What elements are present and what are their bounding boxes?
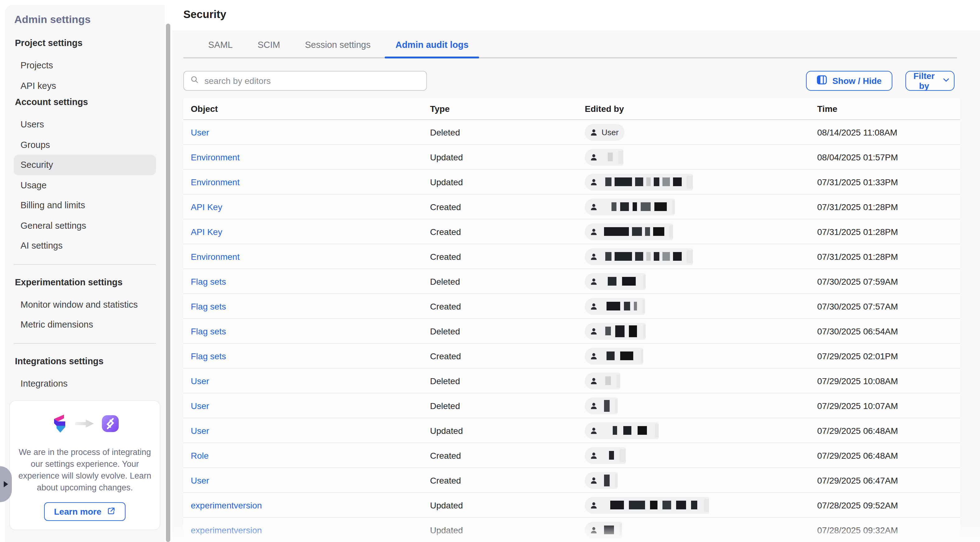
redaction-block — [654, 252, 659, 261]
sidebar-item-security[interactable]: Security — [14, 155, 156, 175]
redaction-tail — [643, 275, 646, 288]
table-row: RoleCreated07/29/2025 06:48AM — [183, 443, 960, 468]
redaction-block — [608, 153, 613, 161]
person-icon — [590, 302, 598, 310]
table-row: Flag setsCreated07/29/2025 02:01PM — [183, 344, 960, 368]
tab-saml[interactable]: SAML — [208, 40, 233, 57]
redaction-tail — [687, 175, 693, 188]
object-link[interactable]: Flag sets — [191, 276, 226, 286]
redaction-tail — [615, 473, 618, 487]
editor-chip — [585, 372, 620, 389]
sidebar-title: Admin settings — [14, 14, 165, 26]
sidebar-item-general-settings[interactable]: General settings — [14, 215, 156, 236]
learn-more-button[interactable]: Learn more — [44, 502, 126, 521]
redacted-name — [601, 273, 646, 290]
editor-name: User — [601, 128, 625, 137]
person-icon — [590, 178, 598, 186]
time-cell: 08/04/2025 01:57PM — [817, 152, 898, 162]
time-cell: 07/29/2025 10:08AM — [817, 376, 898, 386]
show-hide-label: Show / Hide — [832, 76, 882, 86]
person-icon — [590, 277, 598, 285]
time-cell: 07/30/2025 07:57AM — [817, 301, 898, 311]
redaction-block — [650, 501, 657, 509]
object-link[interactable]: User — [191, 127, 209, 137]
time-cell: 07/31/2025 01:33PM — [817, 177, 898, 187]
redaction-block — [624, 302, 630, 311]
redaction-tail — [672, 200, 675, 213]
redaction-block — [634, 302, 637, 311]
redaction-block — [638, 426, 647, 435]
table-row: UserCreated07/29/2025 06:47AM — [183, 468, 960, 493]
object-link[interactable]: experimentversion — [191, 500, 262, 510]
object-link[interactable]: Environment — [191, 177, 240, 187]
sidebar-item-metric-dimensions[interactable]: Metric dimensions — [14, 314, 156, 335]
person-icon — [590, 252, 598, 260]
edited-by-cell — [585, 174, 693, 190]
filter-by-button[interactable]: Filter by — [905, 71, 955, 91]
person-icon — [590, 426, 598, 434]
object-link[interactable]: User — [191, 475, 209, 485]
object-link[interactable]: User — [191, 376, 209, 386]
tab-scim[interactable]: SCIM — [257, 40, 281, 57]
time-cell: 08/14/2025 11:08AM — [817, 127, 897, 137]
object-link[interactable]: User — [191, 400, 209, 411]
redacted-name — [601, 472, 618, 489]
object-link[interactable]: Flag sets — [191, 351, 226, 361]
show-hide-button[interactable]: Show / Hide — [806, 71, 892, 91]
time-cell: 07/28/2025 09:52AM — [817, 500, 898, 510]
redacted-name — [601, 521, 622, 538]
editor-chip — [585, 273, 646, 290]
redaction-block — [676, 501, 686, 509]
sidebar-scrollbar-thumb[interactable] — [166, 24, 170, 542]
person-icon — [590, 402, 598, 410]
object-link[interactable]: User — [191, 426, 209, 435]
type-cell: Deleted — [430, 127, 460, 137]
type-cell: Deleted — [430, 400, 460, 411]
table-body: UserDeletedUser08/14/2025 11:08AMEnviron… — [183, 120, 960, 542]
sidebar-section: Project settingsProjectsAPI keys — [5, 33, 165, 96]
redaction-tail — [643, 324, 646, 338]
object-link[interactable]: Environment — [191, 152, 240, 162]
object-link[interactable]: Environment — [191, 252, 240, 261]
table-row: UserDeletedUser08/14/2025 11:08AM — [183, 120, 960, 145]
object-link[interactable]: API Key — [191, 226, 222, 236]
object-link[interactable]: experimentversion — [191, 525, 262, 535]
object-link[interactable]: Role — [191, 450, 209, 460]
sidebar-item-monitor-window-and-statistics[interactable]: Monitor window and statistics — [14, 294, 156, 314]
search-input[interactable] — [203, 75, 420, 86]
redacted-name — [601, 447, 626, 464]
promo-text: We are in the process of integrating our… — [18, 446, 151, 494]
editor-chip — [585, 223, 673, 240]
sidebar-item-usage[interactable]: Usage — [14, 175, 156, 195]
person-icon — [590, 526, 598, 534]
person-icon — [590, 228, 598, 236]
sidebar-section-header-account-settings: Account settings — [5, 92, 165, 111]
drawer-handle-icon — [4, 481, 8, 487]
object-link[interactable]: Flag sets — [191, 301, 226, 311]
redaction-tail — [704, 499, 709, 512]
redaction-tail — [620, 523, 622, 536]
table-row: Flag setsDeleted07/30/2025 07:59AM — [183, 269, 960, 294]
redaction-block — [609, 451, 614, 460]
object-link[interactable]: Flag sets — [191, 326, 226, 336]
tab-admin-audit-logs[interactable]: Admin audit logs — [395, 40, 469, 57]
sidebar-item-users[interactable]: Users — [14, 114, 156, 135]
table-row: UserDeleted07/29/2025 10:08AM — [183, 368, 960, 394]
sidebar-item-billing-and-limits[interactable]: Billing and limits — [14, 195, 156, 215]
sidebar-item-groups[interactable]: Groups — [14, 135, 156, 155]
sidebar-item-projects[interactable]: Projects — [14, 55, 156, 75]
redaction-block — [615, 325, 625, 337]
object-link[interactable]: API Key — [191, 202, 222, 212]
promo-card: We are in the process of integrating our… — [10, 400, 160, 530]
editor-chip — [585, 447, 626, 464]
migration-arrow-icon — [75, 419, 94, 431]
sidebar-item-ai-settings[interactable]: AI settings — [14, 236, 156, 256]
redaction-block — [629, 325, 637, 337]
redaction-block — [611, 202, 616, 211]
type-cell: Created — [430, 202, 461, 212]
table-row: API KeyCreated07/31/2025 01:28PM — [183, 194, 960, 219]
edited-by-cell — [585, 521, 622, 538]
tab-session-settings[interactable]: Session settings — [304, 40, 371, 57]
filter-by-label: Filter by — [910, 71, 939, 91]
sidebar-item-integrations[interactable]: Integrations — [14, 373, 156, 394]
